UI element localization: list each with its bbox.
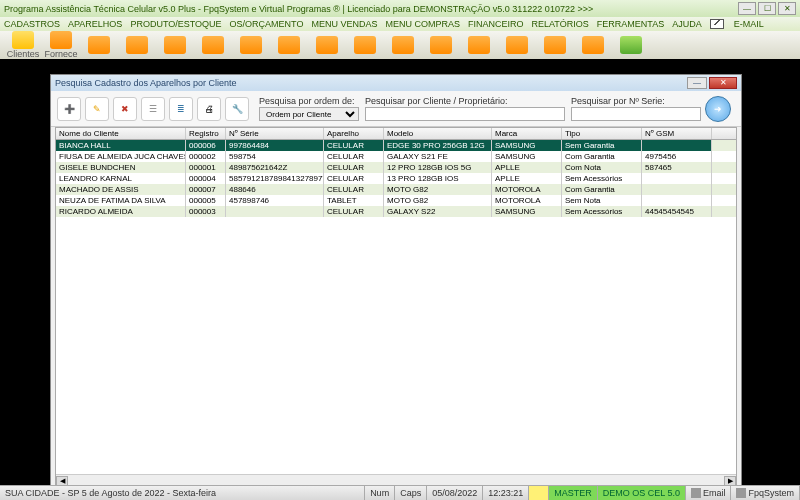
menu-relatorios[interactable]: RELATÓRIOS bbox=[531, 19, 588, 29]
table-row[interactable]: NEUZA DE FATIMA DA SILVA000005457898746T… bbox=[56, 195, 736, 206]
tool-button[interactable]: 🔧 bbox=[225, 97, 249, 121]
scroll-right-icon[interactable]: ▶ bbox=[724, 476, 736, 486]
toolbar-btn-14[interactable] bbox=[498, 36, 536, 54]
cell-nome: MACHADO DE ASSIS bbox=[56, 184, 186, 195]
menu-financeiro[interactable]: FINANCEIRO bbox=[468, 19, 524, 29]
search-serial-input[interactable] bbox=[571, 107, 701, 121]
grid-body[interactable]: BIANCA HALL000006997864484CELULAREDGE 30… bbox=[56, 140, 736, 474]
cell-apar: CELULAR bbox=[324, 206, 384, 217]
form-button[interactable]: ☰ bbox=[141, 97, 165, 121]
menu-email[interactable]: E-MAIL bbox=[734, 19, 764, 29]
menu-vendas[interactable]: MENU VENDAS bbox=[311, 19, 377, 29]
cell-gsm bbox=[642, 140, 712, 151]
cell-tipo: Sem Acessórios bbox=[562, 206, 642, 217]
toolbar-clientes[interactable]: Clientes bbox=[4, 31, 42, 59]
search-go-button[interactable]: ➜ bbox=[705, 96, 731, 122]
toolbar-btn-9[interactable] bbox=[308, 36, 346, 54]
table-row[interactable]: MACHADO DE ASSIS000007488646CELULARMOTO … bbox=[56, 184, 736, 195]
menu-compras[interactable]: MENU COMPRAS bbox=[385, 19, 460, 29]
cell-tipo: Com Nota bbox=[562, 162, 642, 173]
toolbar-btn-4[interactable] bbox=[118, 36, 156, 54]
suppliers-icon bbox=[50, 31, 72, 49]
pencil-icon: ✎ bbox=[93, 104, 101, 114]
toolbar-btn-12[interactable] bbox=[422, 36, 460, 54]
cell-mod: GALAXY S21 FE bbox=[384, 151, 492, 162]
order-select[interactable]: Ordem por Cliente bbox=[259, 107, 359, 121]
table-row[interactable]: LEANDRO KARNAL00000458579121878984132789… bbox=[56, 173, 736, 184]
toolbar-btn-6[interactable] bbox=[194, 36, 232, 54]
cell-mod: EDGE 30 PRO 256GB 12G bbox=[384, 140, 492, 151]
cell-reg: 000004 bbox=[186, 173, 226, 184]
toolbar-btn-5[interactable] bbox=[156, 36, 194, 54]
menu-produto[interactable]: PRODUTO/ESTOQUE bbox=[130, 19, 221, 29]
cell-tipo: Com Garantia bbox=[562, 184, 642, 195]
modal-close-button[interactable]: ✕ bbox=[709, 77, 737, 89]
toolbar-btn-11[interactable] bbox=[384, 36, 422, 54]
table-row[interactable]: RICARDO ALMEIDA000003CELULARGALAXY S22SA… bbox=[56, 206, 736, 217]
toolbar-fornece-label: Fornece bbox=[44, 49, 77, 59]
col-serie[interactable]: Nº Série bbox=[226, 128, 324, 139]
cell-reg: 000002 bbox=[186, 151, 226, 162]
table-row[interactable]: FIUSA DE ALMEIDA JUCA CHAVES000002598754… bbox=[56, 151, 736, 162]
col-gsm[interactable]: Nº GSM bbox=[642, 128, 712, 139]
table-row[interactable]: BIANCA HALL000006997864484CELULAREDGE 30… bbox=[56, 140, 736, 151]
menu-aparelhos[interactable]: APARELHOS bbox=[68, 19, 122, 29]
toolbar-btn-8[interactable] bbox=[270, 36, 308, 54]
col-modelo[interactable]: Modelo bbox=[384, 128, 492, 139]
toolbar-btn-10[interactable] bbox=[346, 36, 384, 54]
menu-ajuda[interactable]: AJUDA bbox=[672, 19, 702, 29]
toolbar-btn-17[interactable] bbox=[612, 36, 650, 54]
cell-apar: CELULAR bbox=[324, 184, 384, 195]
col-marca[interactable]: Marca bbox=[492, 128, 562, 139]
clients-icon bbox=[12, 31, 34, 49]
table-row[interactable]: GISELE BUNDCHEN000001489875621642ZCELULA… bbox=[56, 162, 736, 173]
col-aparelho[interactable]: Aparelho bbox=[324, 128, 384, 139]
status-email[interactable]: Email bbox=[686, 486, 732, 500]
search-client-input[interactable] bbox=[365, 107, 565, 121]
modal-minimize-button[interactable]: — bbox=[687, 77, 707, 89]
cell-gsm bbox=[642, 184, 712, 195]
list-button[interactable]: ≣ bbox=[169, 97, 193, 121]
toolbar-btn-7[interactable] bbox=[232, 36, 270, 54]
folder-icon bbox=[278, 36, 300, 54]
folder-icon bbox=[582, 36, 604, 54]
folder-icon bbox=[164, 36, 186, 54]
folder-icon bbox=[506, 36, 528, 54]
cell-serie bbox=[226, 206, 324, 217]
toolbar-clientes-label: Clientes bbox=[7, 49, 40, 59]
folder-icon bbox=[88, 36, 110, 54]
close-button[interactable]: ✕ bbox=[778, 2, 796, 15]
cell-nome: GISELE BUNDCHEN bbox=[56, 162, 186, 173]
minimize-button[interactable]: — bbox=[738, 2, 756, 15]
delete-button[interactable]: ✖ bbox=[113, 97, 137, 121]
main-titlebar: Programa Assistência Técnica Celular v5.… bbox=[0, 0, 800, 17]
cell-gsm bbox=[642, 195, 712, 206]
toolbar-btn-13[interactable] bbox=[460, 36, 498, 54]
mail-icon bbox=[691, 488, 701, 498]
toolbar-btn-16[interactable] bbox=[574, 36, 612, 54]
edit-button[interactable]: ✎ bbox=[85, 97, 109, 121]
maximize-button[interactable]: ☐ bbox=[758, 2, 776, 15]
cell-tipo: Sem Acessórios bbox=[562, 173, 642, 184]
scroll-left-icon[interactable]: ◀ bbox=[56, 476, 68, 486]
print-button[interactable]: 🖨 bbox=[197, 97, 221, 121]
add-button[interactable]: ➕ bbox=[57, 97, 81, 121]
menu-ferramentas[interactable]: FERRAMENTAS bbox=[597, 19, 664, 29]
toolbar-fornece[interactable]: Fornece bbox=[42, 31, 80, 59]
folder-icon bbox=[354, 36, 376, 54]
menu-cadastros[interactable]: CADASTROS bbox=[4, 19, 60, 29]
cell-nome: NEUZA DE FATIMA DA SILVA bbox=[56, 195, 186, 206]
search-serial-label: Pesquisar por Nº Serie: bbox=[571, 96, 701, 106]
status-fpq[interactable]: FpqSystem bbox=[731, 486, 800, 500]
delete-icon: ✖ bbox=[121, 104, 129, 114]
col-registro[interactable]: Registro bbox=[186, 128, 226, 139]
cell-marca: SAMSUNG bbox=[492, 206, 562, 217]
col-tipo[interactable]: Tipo bbox=[562, 128, 642, 139]
col-nome[interactable]: Nome do Cliente bbox=[56, 128, 186, 139]
toolbar-btn-3[interactable] bbox=[80, 36, 118, 54]
toolbar-btn-15[interactable] bbox=[536, 36, 574, 54]
cell-marca: APLLE bbox=[492, 173, 562, 184]
folder-icon bbox=[620, 36, 642, 54]
menu-os[interactable]: OS/ORÇAMENTO bbox=[230, 19, 304, 29]
cell-reg: 000007 bbox=[186, 184, 226, 195]
